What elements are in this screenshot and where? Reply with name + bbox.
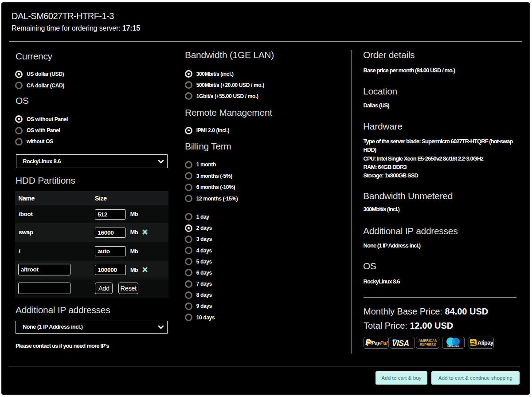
svg-text:Pay: Pay	[372, 340, 380, 346]
svg-text:Pal: Pal	[380, 340, 387, 346]
svg-text:EXPRESS: EXPRESS	[419, 343, 436, 347]
svg-text:P: P	[365, 338, 371, 347]
svg-text:mastercard: mastercard	[447, 345, 459, 347]
svg-text:Alipay: Alipay	[477, 340, 493, 346]
svg-text:AMERICAN: AMERICAN	[418, 339, 437, 343]
svg-text:VISA: VISA	[392, 339, 409, 348]
